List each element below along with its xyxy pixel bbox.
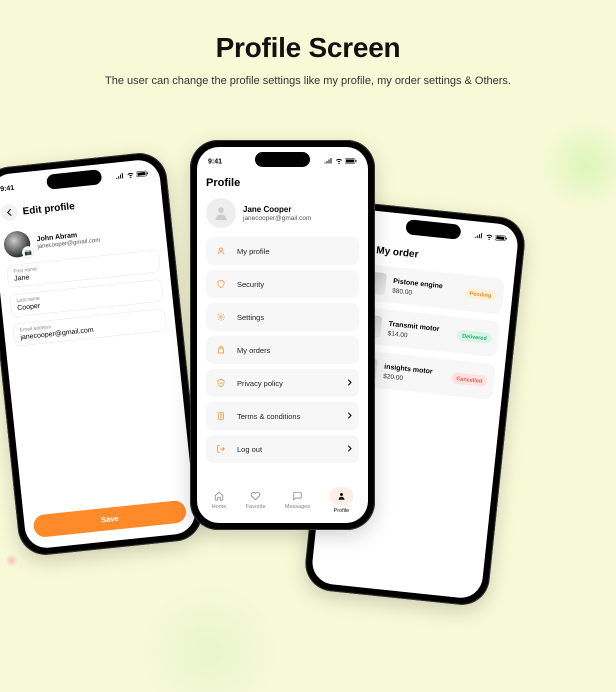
screen-title: Edit profile <box>22 200 75 217</box>
user-icon <box>214 244 228 258</box>
svg-rect-1 <box>138 172 146 176</box>
nav-home[interactable]: Home <box>212 491 226 509</box>
user-icon <box>337 492 346 500</box>
phone-profile: 9:41 Profile Jane Cooper janecooper@gmai… <box>190 140 375 530</box>
nav-favorite[interactable]: Favorite <box>246 491 266 509</box>
bag-icon <box>214 343 228 357</box>
screen-title: My order <box>376 244 419 260</box>
svg-point-6 <box>218 208 224 213</box>
menu-label: Terms & conditions <box>237 412 300 420</box>
nav-label: Home <box>212 503 226 509</box>
status-time: 9:41 <box>208 157 222 165</box>
svg-rect-12 <box>496 236 504 240</box>
menu-item-my-orders[interactable]: My orders <box>206 336 359 364</box>
decorative-blob <box>541 120 616 210</box>
menu-item-privacy[interactable]: Privacy policy <box>206 369 359 397</box>
back-button[interactable] <box>0 203 18 222</box>
avatar[interactable] <box>206 198 236 228</box>
home-icon <box>214 491 224 501</box>
bottom-nav: Home Favorite Messages Profile <box>197 483 368 523</box>
svg-rect-4 <box>346 160 354 162</box>
menu-label: My profile <box>237 247 270 256</box>
chevron-right-icon <box>348 444 352 454</box>
page-subtitle: The user can change the profile settings… <box>0 72 616 89</box>
logout-icon <box>214 442 228 456</box>
menu-item-logout[interactable]: Log out <box>206 435 359 463</box>
nav-label: Favorite <box>246 503 266 509</box>
camera-icon[interactable]: 📷 <box>22 246 34 258</box>
message-icon <box>292 491 302 501</box>
nav-profile[interactable]: Profile <box>330 487 354 513</box>
menu-label: Privacy policy <box>237 379 283 388</box>
svg-point-7 <box>220 248 222 251</box>
nav-messages[interactable]: Messages <box>285 491 310 509</box>
chevron-right-icon <box>348 412 352 420</box>
chevron-right-icon <box>348 378 352 388</box>
menu-label: Security <box>237 280 264 288</box>
avatar[interactable]: 📷 <box>3 230 32 258</box>
status-badge: Pending <box>464 287 496 302</box>
status-icons <box>474 232 508 242</box>
status-time: 9:41 <box>0 184 14 193</box>
status-icons <box>116 170 149 180</box>
chevron-left-icon <box>6 208 12 216</box>
doc-icon <box>214 409 228 423</box>
phone-edit-profile: 9:41 Edit profile 📷 John Abram j <box>0 150 205 558</box>
status-icons <box>324 158 357 164</box>
save-button[interactable]: Save <box>32 500 187 538</box>
svg-rect-5 <box>356 160 356 162</box>
page-title: Profile Screen <box>0 31 616 64</box>
status-badge: Cancelled <box>451 372 488 386</box>
nav-label: Profile <box>334 507 349 513</box>
heart-icon <box>250 491 260 501</box>
shield-icon <box>214 277 228 291</box>
decorative-blob <box>140 582 280 692</box>
gear-icon <box>214 310 228 324</box>
screen-title: Profile <box>206 176 359 189</box>
user-placeholder-icon <box>212 204 230 222</box>
menu-item-settings[interactable]: Settings <box>206 303 359 331</box>
menu-item-my-profile[interactable]: My profile <box>206 237 359 265</box>
menu-label: My orders <box>237 346 270 354</box>
svg-rect-13 <box>506 238 506 240</box>
menu-label: Log out <box>237 445 262 454</box>
user-name: Jane Cooper <box>243 205 312 214</box>
shield-check-icon <box>214 376 228 390</box>
menu-item-security[interactable]: Security <box>206 270 359 298</box>
menu-label: Settings <box>237 313 264 322</box>
svg-point-8 <box>220 316 222 318</box>
status-badge: Delivered <box>456 330 492 344</box>
dynamic-island <box>255 152 310 167</box>
svg-point-10 <box>340 493 343 496</box>
decorative-blob <box>5 554 18 567</box>
nav-label: Messages <box>285 503 310 509</box>
user-email: janecooper@gmail.com <box>243 214 312 222</box>
svg-rect-2 <box>147 172 148 174</box>
menu-item-terms[interactable]: Terms & conditions <box>206 402 359 430</box>
